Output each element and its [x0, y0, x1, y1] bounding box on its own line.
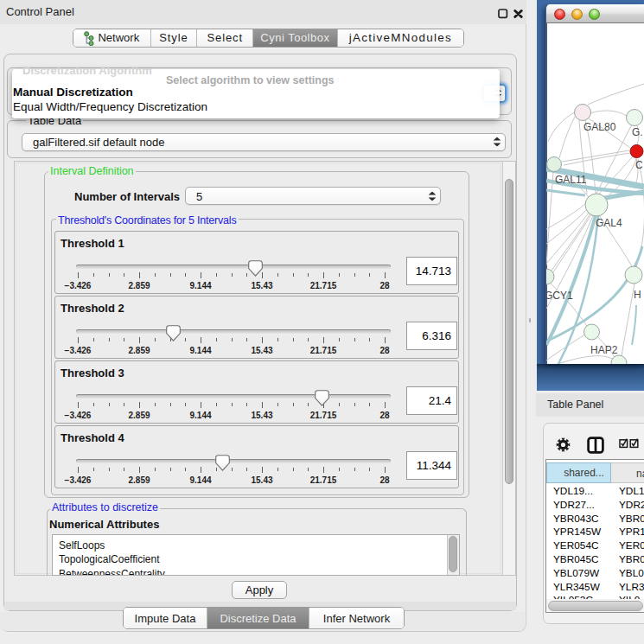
svg-text:G.: G.	[632, 126, 643, 138]
svg-text:C: C	[635, 159, 643, 171]
svg-text:GAL11: GAL11	[555, 174, 587, 186]
svg-text:H: H	[634, 289, 641, 301]
svg-text:GAL80: GAL80	[583, 121, 616, 133]
svg-text:GAL4: GAL4	[596, 217, 622, 229]
svg-text:HAP2: HAP2	[590, 344, 618, 356]
svg-text:GCY1: GCY1	[546, 290, 573, 302]
